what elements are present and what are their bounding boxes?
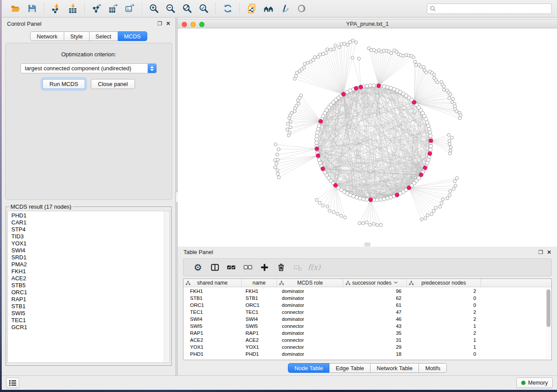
maximize-window-icon[interactable] <box>199 22 204 27</box>
horizontal-splitter-grip[interactable] <box>365 243 370 246</box>
table-cell[interactable]: YOX1 <box>183 344 242 350</box>
table-cell[interactable]: SWI5 <box>183 323 242 329</box>
table-cell[interactable]: 1 <box>407 337 481 343</box>
table-cell[interactable]: 0 <box>407 351 481 357</box>
column-header-predecessor-nodes[interactable]: predecessor nodes <box>407 279 481 287</box>
memory-button[interactable]: Memory <box>516 378 553 388</box>
mcds-result-item[interactable]: YOX1 <box>8 240 170 247</box>
table-row[interactable]: ORC1ORC1dominator610 <box>183 302 545 309</box>
share-network-file-icon[interactable] <box>245 2 258 15</box>
tab-motifs[interactable]: Motifs <box>419 363 447 373</box>
table-cell[interactable]: dominator <box>277 330 343 336</box>
run-mcds-button[interactable]: Run MCDS <box>42 79 85 89</box>
hide-graphics-details-icon[interactable] <box>278 2 291 15</box>
table-cell[interactable]: 2 <box>407 289 481 294</box>
table-row[interactable]: FKH1FKH1dominator962 <box>183 288 545 295</box>
table-cell[interactable]: 0 <box>407 296 481 301</box>
mcds-result-item[interactable]: ORC1 <box>8 289 170 296</box>
table-cell[interactable]: PHD1 <box>183 351 242 357</box>
table-cell[interactable]: SWI5 <box>242 323 277 329</box>
show-graphics-details-icon[interactable] <box>295 2 308 15</box>
export-image-icon[interactable] <box>123 2 136 15</box>
mcds-result-item[interactable]: STB1 <box>8 303 170 310</box>
search-field[interactable] <box>427 3 552 14</box>
mcds-result-item[interactable]: STB5 <box>8 282 170 289</box>
table-row[interactable]: ACE2ACE2connector311 <box>183 337 545 344</box>
tab-node-table[interactable]: Node Table <box>288 363 330 373</box>
table-cell[interactable]: dominator <box>277 316 343 322</box>
table-cell[interactable]: STB1 <box>242 296 277 301</box>
table-row[interactable]: STB1STB1dominator620 <box>183 295 545 302</box>
list-scrollbar[interactable] <box>164 211 170 362</box>
column-header-successor-nodes[interactable]: successor nodes <box>343 279 407 287</box>
tab-edge-table[interactable]: Edge Table <box>329 363 370 373</box>
table-cell[interactable]: 2 <box>407 330 481 336</box>
table-row[interactable]: RAP1RAP1dominator352 <box>183 330 545 337</box>
table-cell[interactable]: 61 <box>343 303 407 308</box>
table-cell[interactable]: 62 <box>343 296 407 301</box>
open-file-icon[interactable] <box>9 2 22 15</box>
minimize-window-icon[interactable] <box>190 22 196 27</box>
table-cell[interactable]: FKH1 <box>242 289 277 294</box>
network-titlebar[interactable]: YPA_prune.txt_1 <box>178 19 557 28</box>
create-column-icon[interactable] <box>256 261 273 274</box>
table-cell[interactable]: dominator <box>277 303 343 308</box>
tab-mcds[interactable]: MCDS <box>118 31 147 41</box>
delete-columns-icon[interactable] <box>273 261 289 274</box>
table-cell[interactable]: SWI4 <box>183 316 242 322</box>
select-all-columns-icon[interactable] <box>223 261 239 274</box>
mcds-result-item[interactable]: SRD1 <box>8 254 170 261</box>
table-cell[interactable]: 29 <box>343 344 407 350</box>
table-scrollbar-thumb[interactable] <box>547 289 550 327</box>
table-cell[interactable]: RAP1 <box>183 330 242 336</box>
optimization-criterion-select[interactable]: largest connected component (undirected) <box>21 63 157 73</box>
table-cell[interactable]: connector <box>277 344 343 350</box>
table-cell[interactable]: 2 <box>407 309 481 315</box>
table-cell[interactable]: connector <box>277 337 343 343</box>
close-table-panel-icon[interactable]: ✕ <box>547 250 551 255</box>
table-cell[interactable]: TEC1 <box>183 309 242 315</box>
mcds-result-item[interactable]: FKH1 <box>8 268 170 275</box>
table-cell[interactable]: STB1 <box>183 296 242 301</box>
table-cell[interactable]: connector <box>277 323 343 329</box>
tab-network[interactable]: Network <box>30 31 64 41</box>
tab-select[interactable]: Select <box>90 31 118 41</box>
table-cell[interactable]: 1 <box>407 344 481 350</box>
table-cell[interactable]: 2 <box>407 316 481 322</box>
zoom-out-icon[interactable] <box>164 2 177 15</box>
table-scrollbar[interactable] <box>546 288 551 359</box>
mcds-result-item[interactable]: RAP1 <box>8 296 170 303</box>
table-cell[interactable]: 43 <box>343 323 407 329</box>
table-cell[interactable]: RAP1 <box>242 330 277 336</box>
mcds-result-item[interactable]: STP4 <box>8 226 170 233</box>
export-network-icon[interactable] <box>90 2 103 15</box>
zoom-selected-icon[interactable] <box>197 2 210 15</box>
table-cell[interactable]: PHD1 <box>242 351 277 357</box>
table-cell[interactable]: 31 <box>343 337 407 343</box>
search-input[interactable] <box>438 4 549 13</box>
table-cell[interactable]: 18 <box>343 351 407 357</box>
table-cell[interactable]: connector <box>277 309 343 315</box>
table-cell[interactable]: 47 <box>343 309 407 315</box>
table-cell[interactable]: ORC1 <box>183 303 242 308</box>
unselect-all-columns-icon[interactable] <box>239 261 256 274</box>
table-cell[interactable]: TEC1 <box>242 309 277 315</box>
table-cell[interactable]: 46 <box>343 316 407 322</box>
zoom-in-icon[interactable] <box>147 2 160 15</box>
import-table-icon[interactable] <box>66 2 79 15</box>
mcds-result-item[interactable]: CAR1 <box>8 219 170 226</box>
table-cell[interactable]: 1 <box>407 323 481 329</box>
mcds-result-item[interactable]: GCR1 <box>8 324 170 331</box>
table-row[interactable]: TEC1TEC1connector472 <box>183 309 545 316</box>
table-cell[interactable]: 96 <box>343 289 407 294</box>
float-panel-icon[interactable]: ❐ <box>157 21 162 26</box>
import-network-icon[interactable] <box>49 2 62 15</box>
mcds-result-item[interactable]: TEC1 <box>8 317 170 324</box>
table-cell[interactable]: 0 <box>407 303 481 308</box>
table-cell[interactable]: FKH1 <box>183 289 242 294</box>
network-graph[interactable] <box>178 28 557 247</box>
mcds-result-item[interactable]: SWI5 <box>8 310 170 317</box>
mcds-result-item[interactable]: SWI4 <box>8 247 170 254</box>
table-cell[interactable]: 35 <box>343 330 407 336</box>
show-column-panel-icon[interactable] <box>206 261 223 274</box>
